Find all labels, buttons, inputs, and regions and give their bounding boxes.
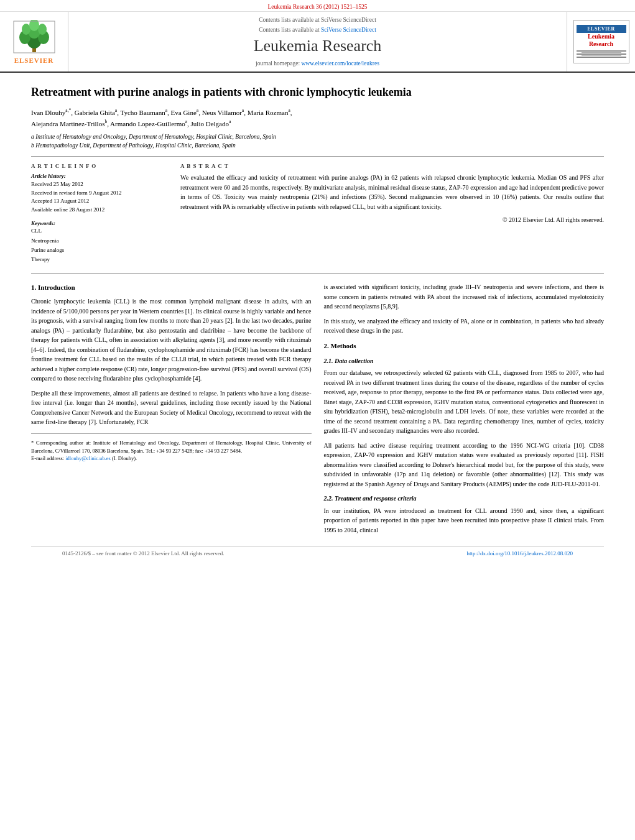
contents-line: Contents lists available at SciVerse Sci… xyxy=(259,17,376,23)
logo-title-research: Research xyxy=(589,40,613,48)
contents-available: Contents lists available at SciVerse Sci… xyxy=(259,27,376,33)
logo-line-3 xyxy=(577,53,626,55)
received-date: Received 25 May 2012 xyxy=(31,180,168,189)
elsevier-tree-icon xyxy=(12,20,56,54)
section1-title: 1. Introduction xyxy=(31,282,312,293)
section1-right-para1: is associated with significant toxicity,… xyxy=(324,282,605,312)
logo-line-5 xyxy=(577,57,626,58)
section1-para2: Despite all these improvements, almost a… xyxy=(31,389,312,427)
main-content: Retreatment with purine analogs in patie… xyxy=(0,73,635,573)
history-label: Article history: xyxy=(31,173,168,179)
section2-para3: In our institution, PA were introduced a… xyxy=(324,506,605,535)
body-two-col: 1. Introduction Chronic lymphocytic leuk… xyxy=(31,282,604,540)
logo-line-1 xyxy=(577,50,626,52)
doi-link[interactable]: http://dx.doi.org/10.1016/j.leukres.2012… xyxy=(466,550,573,556)
keyword-3: Purine analogs xyxy=(31,246,168,255)
journal-logo-box: ELSEVIER Leukemia Research xyxy=(573,20,629,63)
body-col-left: 1. Introduction Chronic lymphocytic leuk… xyxy=(31,282,312,540)
footnote-corresponding: * Corresponding author at: Institute of … xyxy=(31,439,312,455)
body-col-right: is associated with significant toxicity,… xyxy=(324,282,605,540)
affiliation-a: a Institute of Hematology and Oncology, … xyxy=(31,132,604,141)
elsevier-logo-area: ELSEVIER xyxy=(0,12,68,72)
abstract-text: We evaluated the efficacy and toxicity o… xyxy=(180,173,604,211)
keywords-label: Keywords: xyxy=(31,220,168,226)
keywords-section: Keywords: CLL Neutropenia Purine analogs… xyxy=(31,220,168,264)
section1-right-para2: In this study, we analyzed the efficacy … xyxy=(324,316,605,336)
svg-point-5 xyxy=(22,24,30,35)
accepted-date: Accepted 13 August 2012 xyxy=(31,197,168,206)
article-info-header: A R T I C L E I N F O xyxy=(31,163,168,169)
logo-line-2 xyxy=(582,52,621,53)
article-history-block: Article history: Received 25 May 2012 Re… xyxy=(31,173,168,214)
keyword-1: CLL xyxy=(31,226,168,236)
footnote-area: * Corresponding author at: Institute of … xyxy=(31,433,312,463)
affiliations: a Institute of Hematology and Oncology, … xyxy=(31,132,604,150)
section2-para1: From our database, we retrospectively se… xyxy=(324,368,605,436)
bottom-bar: 0145-2126/$ – see front matter © 2012 El… xyxy=(31,546,604,560)
section2-title: 2. Methods xyxy=(324,341,605,351)
page-wrapper: Leukemia Research 36 (2012) 1521–1525 xyxy=(0,0,635,573)
homepage-url: www.elsevier.com/locate/leukres xyxy=(301,60,379,67)
article-title: Retreatment with purine analogs in patie… xyxy=(31,85,604,99)
footnote-email: E-mail address: idlouhy@clinic.ub.es (I.… xyxy=(31,455,312,463)
issn-text: 0145-2126/$ – see front matter © 2012 El… xyxy=(62,550,225,556)
received-revised-date: Received in revised form 9 August 2012 xyxy=(31,189,168,198)
authors-line: Ivan Dlouhya,*, Gabriela Ghitaa, Tycho B… xyxy=(31,107,604,128)
logo-band: ELSEVIER xyxy=(577,25,626,33)
top-citation-bar: Leukemia Research 36 (2012) 1521–1525 xyxy=(0,0,635,12)
header-area: ELSEVIER Contents lists available at Sci… xyxy=(0,12,635,73)
article-info-panel: A R T I C L E I N F O Article history: R… xyxy=(31,163,168,264)
keyword-2: Neutropenia xyxy=(31,236,168,246)
section1-para1: Chronic lymphocytic leukemia (CLL) is th… xyxy=(31,297,312,384)
available-date: Available online 28 August 2012 xyxy=(31,206,168,215)
logo-line-4 xyxy=(582,55,621,56)
header-right: ELSEVIER Leukemia Research xyxy=(567,12,635,72)
logo-decorative-lines xyxy=(577,50,626,58)
journal-title: Leukemia Research xyxy=(254,37,382,55)
divider-2 xyxy=(31,273,604,274)
footnote-email-link[interactable]: idlouhy@clinic.ub.es xyxy=(65,455,111,461)
section2-subsection1: 2.1. Data collection xyxy=(324,356,605,366)
journal-citation: Leukemia Research 36 (2012) 1521–1525 xyxy=(268,4,368,10)
section2-subsection2: 2.2. Treatment and response criteria xyxy=(324,494,605,504)
sciverse-text: SciVerse ScienceDirect xyxy=(321,27,376,33)
header-center: Contents lists available at SciVerse Sci… xyxy=(68,12,567,72)
keyword-4: Therapy xyxy=(31,255,168,264)
section2-para2: All patients had active disease requirin… xyxy=(324,441,605,489)
elsevier-logo: ELSEVIER xyxy=(12,20,56,64)
elsevier-brand-text: ELSEVIER xyxy=(14,57,54,64)
affiliation-b: b Hematopathology Unit, Department of Pa… xyxy=(31,141,604,150)
svg-point-6 xyxy=(38,24,47,35)
article-info-abstract: A R T I C L E I N F O Article history: R… xyxy=(31,163,604,264)
abstract-header: A B S T R A C T xyxy=(180,163,604,169)
journal-homepage: journal homepage: www.elsevier.com/locat… xyxy=(256,60,379,67)
abstract-copyright: © 2012 Elsevier Ltd. All rights reserved… xyxy=(180,216,604,223)
abstract-section: A B S T R A C T We evaluated the efficac… xyxy=(180,163,604,264)
logo-title-leukemia: Leukemia xyxy=(588,33,614,40)
divider-1 xyxy=(31,156,604,157)
